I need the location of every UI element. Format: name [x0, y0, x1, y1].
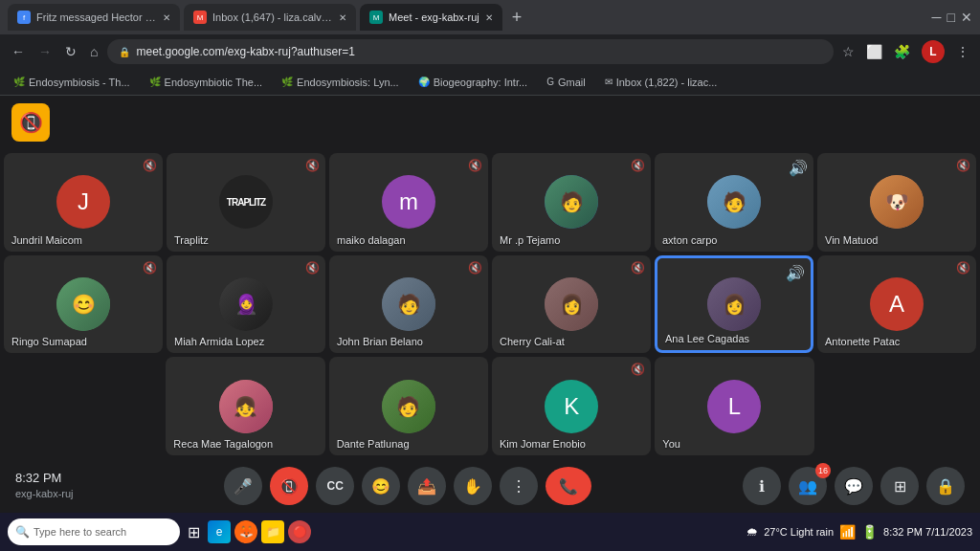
bookmark-3[interactable]: 🌿 Endosymbiosis: Lyn... — [276, 75, 405, 90]
emoji-button[interactable]: 😊 — [362, 467, 400, 505]
weather-text: 27°C Light rain — [764, 526, 834, 538]
battery-icon: 🔋 — [861, 524, 878, 540]
name-antonette: Antonette Patac — [825, 336, 900, 347]
bookmark-2[interactable]: 🌿 Endosymbiotic The... — [144, 75, 269, 90]
avatar-vin: 🐶 — [870, 175, 924, 229]
tab-close-fritz[interactable]: ✕ — [163, 12, 170, 23]
taskbar: 🔍 Type here to search ⊞ e 🦊 📁 🔴 🌧 27°C L… — [0, 513, 980, 551]
screenshot-icon[interactable]: ⬜ — [863, 41, 885, 62]
participant-axton[interactable]: 🔊 🧑 axton carpo — [655, 153, 813, 252]
participant-antonette[interactable]: 🔇 A Antonette Patac — [817, 255, 976, 354]
reload-button[interactable]: ↻ — [61, 40, 80, 63]
tab-close-meet[interactable]: ✕ — [485, 12, 493, 23]
tab-fritz[interactable]: f Fritz messaged Hector HMR- in... ✕ — [8, 4, 180, 31]
name-john: John Brian Belano — [337, 336, 423, 347]
back-button[interactable]: ← — [8, 40, 29, 63]
close-browser-button[interactable]: ✕ — [961, 10, 972, 25]
name-traplitz: Traplitz — [174, 234, 209, 246]
participants-count: 16 — [815, 463, 831, 478]
participant-cherry[interactable]: 🔇 👩 Cherry Cali-at — [492, 255, 651, 354]
participant-maiko[interactable]: 🔇 m maiko dalagan — [329, 153, 488, 252]
meet-toolbar: 8:32 PM exg-kabx-ruj 🎤 📵 CC 😊 📤 ✋ ⋮ 📞 ℹ … — [0, 459, 980, 513]
meeting-info-button[interactable]: ℹ — [743, 467, 781, 505]
participant-vin[interactable]: 🔇 🐶 Vin Matuod — [817, 153, 976, 252]
avatar-kim: K — [545, 380, 598, 433]
taskbar-app-files[interactable]: 📁 — [261, 520, 284, 543]
participant-dante[interactable]: 🧑 Dante Patlunag — [329, 357, 488, 455]
avatar-axton: 🧑 — [707, 175, 761, 229]
url-bar[interactable]: 🔒 meet.google.com/exg-kabx-ruj?authuser=… — [107, 39, 834, 64]
bookmark-1[interactable]: 🌿 Endosymbiosis - Th... — [8, 75, 136, 90]
meet-header: 📵 — [0, 96, 980, 149]
toolbar-center: 🎤 📵 CC 😊 📤 ✋ ⋮ 📞 — [224, 467, 591, 505]
more-options-button[interactable]: ⋮ — [500, 467, 538, 505]
taskbar-app-edge[interactable]: e — [208, 520, 231, 543]
name-ringo: Ringo Sumapad — [11, 336, 87, 347]
bookmark-gmail[interactable]: G Gmail — [541, 75, 591, 90]
bookmarks-bar: 🌿 Endosymbiosis - Th... 🌿 Endosymbiotic … — [0, 69, 980, 96]
search-placeholder-text: Type here to search — [33, 526, 126, 538]
microphone-button[interactable]: 🎤 — [224, 467, 262, 505]
name-miah: Miah Armida Lopez — [174, 336, 264, 347]
name-you: You — [662, 438, 680, 450]
name-tejamo: Mr .p Tejamo — [500, 234, 560, 246]
speaking-icon-axton: 🔊 — [789, 159, 808, 177]
chat-button[interactable]: 💬 — [835, 467, 873, 505]
avatar-ringo: 😊 — [56, 277, 110, 331]
activities-button[interactable]: ⊞ — [880, 467, 919, 505]
mute-icon-kim: 🔇 — [631, 363, 645, 376]
participant-jundril[interactable]: 🔇 J Jundril Maicom — [4, 153, 163, 252]
name-reca: Reca Mae Tagalogon — [173, 438, 273, 450]
avatar-jundril: J — [56, 175, 110, 229]
present-button[interactable]: 📤 — [408, 467, 446, 505]
participant-traplitz[interactable]: 🔇 TRAPLITZ Traplitz — [167, 153, 325, 252]
grid-row-2: 🔇 😊 Ringo Sumapad 🔇 🧕 Miah Armida Lopez … — [4, 255, 976, 354]
participant-reca[interactable]: 👧 Reca Mae Tagalogon — [166, 357, 324, 455]
maximize-button[interactable]: □ — [947, 10, 955, 25]
end-call-button[interactable]: 📞 — [546, 467, 591, 505]
participant-ana[interactable]: 🔊 👩 Ana Lee Cagadas — [655, 255, 813, 354]
closed-captions-button[interactable]: CC — [316, 467, 354, 505]
tab-meet[interactable]: M Meet - exg-kabx-ruj ✕ — [360, 4, 502, 31]
minimize-button[interactable]: ─ — [932, 10, 942, 25]
profile-icon[interactable]: L — [919, 37, 947, 66]
participant-miah[interactable]: 🔇 🧕 Miah Armida Lopez — [167, 255, 325, 354]
taskbar-task-view[interactable]: ⊞ — [188, 523, 200, 541]
participant-john[interactable]: 🔇 🧑 John Brian Belano — [329, 255, 488, 354]
avatar-miah: 🧕 — [219, 277, 273, 331]
bookmark-icon[interactable]: ☆ — [839, 41, 858, 62]
security-icon: 🔒 — [119, 47, 130, 57]
forward-button[interactable]: → — [34, 40, 56, 63]
participants-button[interactable]: 👥 16 — [789, 467, 827, 505]
home-button[interactable]: ⌂ — [86, 40, 101, 63]
tab-close-inbox[interactable]: ✕ — [339, 12, 346, 23]
taskbar-search[interactable]: 🔍 Type here to search — [8, 518, 180, 545]
tab-inbox[interactable]: M Inbox (1,647) - liza.calvis@ustp.e... … — [184, 4, 356, 31]
mute-icon-tejamo: 🔇 — [631, 159, 645, 172]
taskbar-app-4[interactable]: 🔴 — [288, 520, 311, 543]
avatar-dante: 🧑 — [382, 380, 435, 433]
taskbar-app-firefox[interactable]: 🦊 — [234, 520, 257, 543]
name-maiko: maiko dalagan — [337, 234, 406, 246]
taskbar-pinned-apps: e 🦊 📁 🔴 — [208, 520, 311, 543]
participant-you[interactable]: L You — [655, 357, 813, 455]
name-kim: Kim Jomar Enobio — [500, 438, 586, 450]
profile-avatar[interactable]: L — [922, 40, 945, 63]
new-tab-button[interactable]: + — [506, 8, 528, 28]
weather-icon: 🌧 — [746, 525, 758, 539]
bookmark-4[interactable]: 🌍 Biogeography: Intr... — [412, 75, 533, 90]
lock-button[interactable]: 🔒 — [926, 467, 965, 505]
grid-row-3: 👧 Reca Mae Tagalogon 🧑 Dante Patlunag 🔇 … — [4, 357, 976, 455]
participant-kim[interactable]: 🔇 K Kim Jomar Enobio — [492, 357, 651, 455]
participant-tejamo[interactable]: 🔇 🧑 Mr .p Tejamo — [492, 153, 651, 252]
bookmark-inbox[interactable]: ✉ Inbox (1,822) - lizac... — [599, 75, 724, 90]
name-jundril: Jundril Maicom — [11, 234, 82, 246]
raise-hand-button[interactable]: ✋ — [454, 467, 492, 505]
menu-button[interactable]: ⋮ — [953, 41, 972, 62]
avatar-tejamo: 🧑 — [545, 175, 598, 229]
name-vin: Vin Matuod — [825, 234, 878, 246]
extensions-icon[interactable]: 🧩 — [891, 41, 913, 62]
participant-ringo[interactable]: 🔇 😊 Ringo Sumapad — [4, 255, 163, 354]
camera-button[interactable]: 📵 — [270, 467, 308, 505]
name-axton: axton carpo — [662, 234, 717, 246]
